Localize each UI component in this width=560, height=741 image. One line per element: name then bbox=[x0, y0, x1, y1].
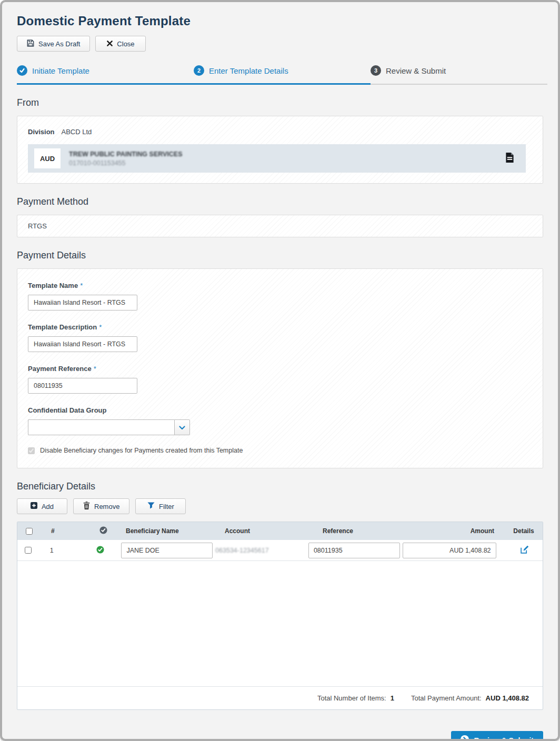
row-status-cell bbox=[90, 546, 122, 555]
template-description-label: Template Description bbox=[28, 323, 97, 331]
beneficiary-name-input[interactable] bbox=[121, 543, 213, 558]
from-account: AUD TREW PUBLIC PAINTING SERVICES 017010… bbox=[28, 144, 526, 173]
required-asterisk: * bbox=[99, 323, 102, 331]
amount-input[interactable] bbox=[403, 543, 496, 558]
required-asterisk: * bbox=[80, 282, 83, 289]
payment-reference-field-group: Payment Reference* bbox=[28, 364, 532, 394]
steps-pending-group: 3 Review & Submit bbox=[371, 65, 547, 85]
save-as-draft-button[interactable]: Save As Draft bbox=[17, 36, 90, 52]
account-column-header: Account bbox=[225, 527, 323, 535]
beneficiary-name-column-header: Beneficiary Name bbox=[126, 527, 225, 535]
save-icon bbox=[27, 39, 34, 48]
total-amount-value: AUD 1,408.82 bbox=[486, 694, 529, 702]
division-value: ABCD Ltd bbox=[61, 128, 92, 136]
template-description-field-group: Template Description* bbox=[28, 322, 532, 352]
account-name: TREW PUBLIC PAINTING SERVICES bbox=[69, 151, 183, 158]
step-initiate-template[interactable]: Initiate Template bbox=[17, 65, 194, 76]
confidential-data-group-field: Confidential Data Group bbox=[28, 405, 532, 435]
table-header-row: # Beneficiary Name Account Reference Amo… bbox=[17, 522, 543, 540]
filter-label: Filter bbox=[159, 503, 174, 510]
payment-method-value: RTGS bbox=[28, 222, 47, 230]
template-name-label: Template Name bbox=[28, 282, 78, 289]
review-submit-label: Review & Submit bbox=[474, 736, 534, 741]
page-title: Domestic Payment Template bbox=[17, 14, 543, 28]
division-row: Division ABCD Ltd bbox=[28, 128, 532, 136]
domestic-payment-template-window: Domestic Payment Template Save As Draft … bbox=[0, 0, 560, 741]
payment-details-heading: Payment Details bbox=[17, 250, 543, 261]
table-footer: Total Number of Items: 1 Total Payment A… bbox=[17, 686, 543, 709]
table-row: 1 063534-12345617 bbox=[17, 540, 543, 561]
index-column-header: # bbox=[41, 527, 93, 535]
step-label: Enter Template Details bbox=[209, 66, 288, 75]
filter-button[interactable]: Filter bbox=[135, 498, 186, 514]
confidential-dropdown-button[interactable] bbox=[174, 419, 190, 435]
step-number-badge: 3 bbox=[371, 65, 381, 76]
wizard-steps: Initiate Template 2 Enter Template Detai… bbox=[17, 65, 543, 85]
confidential-data-group-label: Confidential Data Group bbox=[28, 406, 107, 414]
template-name-field-group: Template Name* bbox=[28, 281, 532, 311]
status-column-header bbox=[93, 526, 126, 536]
beneficiary-details-heading: Beneficiary Details bbox=[17, 481, 543, 492]
arrow-right-circle-icon bbox=[461, 735, 469, 741]
step-label: Initiate Template bbox=[32, 66, 89, 75]
steps-active-group: Initiate Template 2 Enter Template Detai… bbox=[17, 65, 371, 85]
from-heading: From bbox=[17, 97, 543, 108]
row-amount-cell bbox=[403, 543, 507, 558]
remove-beneficiary-button[interactable]: Remove bbox=[73, 498, 129, 514]
edit-icon bbox=[520, 545, 529, 556]
payment-method-card: RTGS bbox=[17, 215, 543, 237]
payment-details-card: Template Name* Template Description* Pay… bbox=[17, 268, 543, 468]
remove-label: Remove bbox=[94, 503, 119, 510]
add-beneficiary-button[interactable]: Add bbox=[17, 498, 67, 514]
step-enter-template-details[interactable]: 2 Enter Template Details bbox=[194, 65, 371, 76]
step-number-badge: 2 bbox=[194, 65, 204, 76]
trash-icon bbox=[83, 502, 90, 511]
edit-details-button[interactable] bbox=[520, 545, 529, 556]
confidential-data-group-input[interactable] bbox=[28, 419, 174, 435]
filter-funnel-icon bbox=[147, 502, 155, 510]
close-button[interactable]: Close bbox=[95, 36, 146, 52]
row-reference-cell bbox=[308, 543, 403, 558]
payment-reference-label: Payment Reference bbox=[28, 365, 92, 373]
reference-input[interactable] bbox=[308, 543, 400, 558]
division-label: Division bbox=[28, 128, 55, 136]
total-items-value: 1 bbox=[391, 694, 394, 702]
account-statement-button[interactable] bbox=[505, 153, 514, 164]
status-check-icon bbox=[99, 526, 107, 536]
beneficiary-table: # Beneficiary Name Account Reference Amo… bbox=[17, 522, 543, 710]
header-toolbar: Save As Draft Close bbox=[17, 36, 543, 52]
total-items-label: Total Number of Items: bbox=[317, 694, 386, 702]
template-name-input[interactable] bbox=[28, 295, 137, 311]
currency-badge: AUD bbox=[34, 148, 61, 168]
disable-beneficiary-checkbox bbox=[28, 447, 35, 454]
template-description-input[interactable] bbox=[28, 336, 137, 352]
select-all-checkbox[interactable] bbox=[26, 528, 33, 535]
beneficiary-toolbar: Add Remove Filter bbox=[17, 498, 543, 514]
account-identity: TREW PUBLIC PAINTING SERVICES 017010-001… bbox=[69, 151, 183, 167]
review-submit-button[interactable]: Review & Submit bbox=[451, 731, 543, 741]
row-select-cell bbox=[17, 547, 39, 554]
payment-reference-input[interactable] bbox=[28, 378, 137, 394]
disable-beneficiary-label: Disable Beneficiary changes for Payments… bbox=[40, 447, 243, 454]
payment-method-heading: Payment Method bbox=[17, 196, 543, 207]
step-label: Review & Submit bbox=[386, 66, 446, 75]
total-amount-label: Total Payment Amount: bbox=[411, 694, 482, 702]
table-empty-area bbox=[17, 561, 543, 686]
page-content: Domestic Payment Template Save As Draft … bbox=[2, 2, 558, 710]
select-all-cell bbox=[17, 528, 41, 535]
row-name-cell bbox=[121, 543, 215, 558]
step-complete-check-icon bbox=[17, 65, 27, 76]
disable-beneficiary-row: Disable Beneficiary changes for Payments… bbox=[28, 447, 532, 454]
details-column-header: Details bbox=[505, 527, 543, 535]
from-card: Division ABCD Ltd AUD TREW PUBLIC PAINTI… bbox=[17, 116, 543, 184]
row-account-cell: 063534-12345617 bbox=[215, 547, 308, 554]
row-checkbox[interactable] bbox=[25, 547, 32, 554]
required-asterisk: * bbox=[94, 365, 96, 373]
add-icon bbox=[31, 502, 37, 510]
amount-column-header: Amount bbox=[422, 527, 505, 535]
step-review-submit[interactable]: 3 Review & Submit bbox=[371, 65, 547, 76]
confidential-data-group-select bbox=[28, 419, 532, 435]
beneficiary-account-number: 063534-12345617 bbox=[215, 547, 269, 554]
close-icon bbox=[107, 40, 113, 48]
save-as-draft-label: Save As Draft bbox=[38, 40, 80, 48]
